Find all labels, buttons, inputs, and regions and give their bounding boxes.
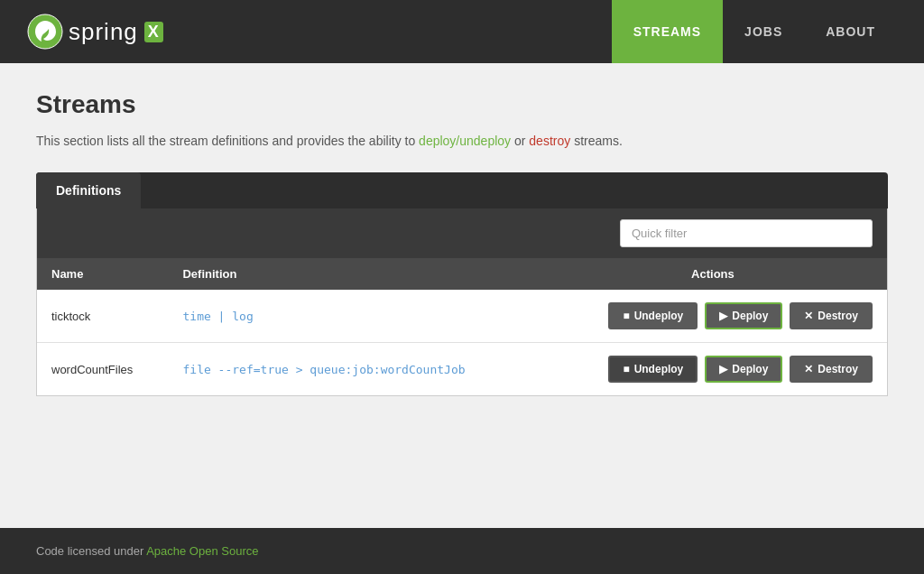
navbar: springX STREAMS JOBS ABOUT [0, 0, 924, 63]
col-actions: Actions [539, 258, 887, 290]
nav-links: STREAMS JOBS ABOUT [612, 0, 897, 63]
table-header-row: Name Definition Actions [37, 258, 887, 290]
brand-x: X [144, 22, 163, 42]
tab-container: Definitions [36, 172, 888, 208]
stream-name-label: wordCountFiles [51, 363, 133, 376]
actions-group: ■ Undeploy ▶ Deploy ✕ Destroy [553, 356, 873, 383]
footer-license-link[interactable]: Apache Open Source [146, 544, 258, 558]
cell-name: ticktock [37, 290, 168, 343]
nav-jobs[interactable]: JOBS [723, 0, 804, 63]
destroy-icon: ✕ [804, 363, 813, 375]
deploy-label: Deploy [732, 310, 768, 322]
undeploy-icon: ■ [623, 363, 629, 375]
destroy-button[interactable]: ✕ Destroy [790, 302, 873, 329]
destroy-label: Destroy [818, 310, 858, 322]
table-panel: Name Definition Actions ticktock time | … [36, 208, 888, 396]
deploy-icon: ▶ [719, 310, 727, 322]
table-toolbar [37, 208, 887, 258]
page-title: Streams [36, 90, 888, 119]
deploy-button[interactable]: ▶ Deploy [705, 356, 782, 383]
cell-definition: file --ref=true > queue:job:wordCountJob [168, 343, 538, 396]
undeploy-icon: ■ [623, 310, 629, 322]
description-middle: or [514, 134, 529, 148]
undeploy-button[interactable]: ■ Undeploy [608, 356, 698, 383]
main-content: Streams This section lists all the strea… [0, 63, 924, 528]
col-definition: Definition [168, 258, 538, 290]
table-row: ticktock time | log ■ Undeploy ▶ Deploy [37, 290, 887, 343]
page-description: This section lists all the stream defini… [36, 132, 888, 151]
stream-definition-label: file --ref=true > queue:job:wordCountJob [182, 363, 465, 376]
stream-definition-label: time | log [182, 310, 253, 323]
destroy-label: Destroy [818, 363, 858, 375]
quick-filter-input[interactable] [620, 219, 873, 247]
cell-actions: ■ Undeploy ▶ Deploy ✕ Destroy [539, 343, 887, 396]
brand-logo: springX [27, 14, 163, 50]
actions-group: ■ Undeploy ▶ Deploy ✕ Destroy [553, 302, 873, 329]
deploy-undeploy-link[interactable]: deploy/undeploy [419, 134, 511, 148]
footer-text: Code licensed under [36, 544, 146, 558]
col-name: Name [37, 258, 168, 290]
deploy-label: Deploy [732, 363, 768, 375]
destroy-icon: ✕ [804, 310, 813, 322]
cell-name: wordCountFiles [37, 343, 168, 396]
deploy-button[interactable]: ▶ Deploy [705, 302, 782, 329]
nav-streams[interactable]: STREAMS [612, 0, 723, 63]
table-row: wordCountFiles file --ref=true > queue:j… [37, 343, 887, 396]
cell-definition: time | log [168, 290, 538, 343]
footer: Code licensed under Apache Open Source [0, 528, 924, 574]
streams-table: Name Definition Actions ticktock time | … [37, 258, 887, 395]
description-prefix: This section lists all the stream defini… [36, 134, 419, 148]
cell-actions: ■ Undeploy ▶ Deploy ✕ Destroy [539, 290, 887, 343]
brand-name: spring [69, 18, 138, 46]
undeploy-label: Undeploy [634, 363, 684, 375]
stream-name-label: ticktock [51, 310, 90, 323]
deploy-icon: ▶ [719, 363, 727, 375]
destroy-link[interactable]: destroy [529, 134, 570, 148]
description-suffix: streams. [574, 134, 623, 148]
undeploy-button[interactable]: ■ Undeploy [608, 302, 698, 329]
destroy-button[interactable]: ✕ Destroy [790, 356, 873, 383]
undeploy-label: Undeploy [634, 310, 684, 322]
tab-definitions[interactable]: Definitions [36, 172, 141, 208]
spring-logo-icon [27, 14, 63, 50]
nav-about[interactable]: ABOUT [804, 0, 897, 63]
